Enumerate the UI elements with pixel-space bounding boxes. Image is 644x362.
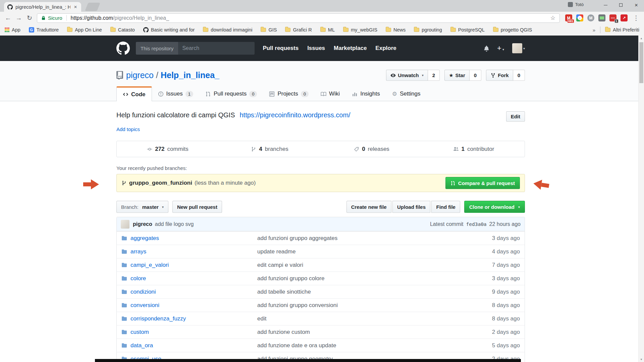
file-name-link[interactable]: conversioni: [130, 302, 159, 309]
fork-count[interactable]: 0: [513, 70, 525, 81]
bookmark-app[interactable]: App: [5, 27, 20, 33]
bookmark-folder-app-on-line[interactable]: App On Line: [67, 27, 102, 33]
committer-link[interactable]: pigreco: [133, 221, 152, 227]
new-pull-request-button[interactable]: New pull request: [172, 201, 222, 213]
browser-menu-icon[interactable]: ⋮: [631, 14, 641, 22]
create-new-file-button[interactable]: Create new file: [346, 201, 391, 213]
scrollbar-up-arrow[interactable]: ▲: [639, 36, 644, 41]
bookmark-folder-catasto[interactable]: Catasto: [110, 27, 135, 33]
pushed-branch-link[interactable]: gruppo_geom_funzioni: [129, 180, 192, 186]
remote-desktop-extension-icon[interactable]: [598, 14, 605, 21]
bookmark-folder-my-webgis[interactable]: my_webGIS: [343, 27, 377, 33]
search-input[interactable]: [178, 42, 255, 55]
find-file-button[interactable]: Find file: [431, 201, 460, 213]
nav-issues[interactable]: Issues: [307, 45, 325, 52]
scrollbar-thumb[interactable]: [639, 42, 643, 83]
tab-projects[interactable]: Projects0: [263, 86, 315, 101]
bookmark-folder-postgresql[interactable]: PostgreSQL: [450, 27, 485, 33]
releases-stat[interactable]: 0releases: [321, 146, 423, 153]
bookmark-basic-writing[interactable]: Basic writing and for: [143, 27, 195, 33]
bookmark-traduttore[interactable]: GTraduttore: [29, 27, 59, 33]
share-extension-icon[interactable]: ↗: [621, 14, 628, 21]
download-extension-icon[interactable]: ↓: [576, 14, 583, 21]
commit-sha-link[interactable]: fed3a0a: [466, 222, 486, 227]
tab-code[interactable]: Code: [116, 86, 152, 101]
forward-button[interactable]: →: [13, 13, 24, 23]
repo-website-link[interactable]: https://pigrecoinfinito.wordpress.com/: [240, 111, 351, 119]
repo-owner-link[interactable]: pigreco: [126, 70, 154, 80]
user-menu[interactable]: ▾: [507, 43, 525, 53]
file-name-link[interactable]: corrispondenza_fuzzy: [130, 315, 186, 322]
file-name-link[interactable]: condizioni: [130, 289, 156, 295]
maximize-button[interactable]: [613, 0, 629, 10]
tab-insights[interactable]: Insights: [346, 86, 386, 101]
page-scrollbar[interactable]: ▲ ▼: [638, 36, 644, 362]
commits-stat[interactable]: 272commits: [117, 146, 219, 153]
close-button[interactable]: ✕: [629, 0, 644, 10]
file-name-link[interactable]: colore: [130, 275, 146, 282]
tab-pull-requests[interactable]: Pull requests0: [199, 86, 263, 101]
compare-pull-request-button[interactable]: Compare & pull request: [445, 177, 520, 189]
branches-stat[interactable]: 4branches: [219, 146, 321, 153]
file-name-link[interactable]: custom: [130, 329, 149, 336]
tab-settings[interactable]: ⚙Settings: [386, 86, 427, 101]
other-bookmarks-folder[interactable]: Altri Preferiti: [605, 27, 639, 33]
mega-extension-icon[interactable]: M: [587, 14, 594, 21]
file-commit-message[interactable]: add funzioni gruppo aggregates: [257, 235, 463, 242]
bookmark-folder-news[interactable]: News: [386, 27, 406, 33]
file-commit-message[interactable]: edit: [257, 315, 463, 322]
watch-count[interactable]: 2: [428, 70, 440, 81]
create-new-button[interactable]: +▾: [497, 44, 504, 53]
file-name-link[interactable]: aggregates: [130, 235, 159, 242]
tab-issues[interactable]: Issues1: [152, 86, 199, 101]
password-extension-icon[interactable]: •••1: [609, 14, 616, 21]
bookmark-folder-pgrouting[interactable]: pgrouting: [414, 27, 442, 33]
tab-wiki[interactable]: Wiki: [315, 86, 346, 101]
file-name-link[interactable]: campi_e_valori: [130, 262, 169, 268]
notifications-bell-icon[interactable]: [483, 45, 490, 52]
committer-avatar[interactable]: [121, 220, 129, 229]
add-topics-link[interactable]: Add topics: [116, 126, 525, 132]
github-logo[interactable]: [116, 42, 130, 55]
nav-pull-requests[interactable]: Pull requests: [263, 45, 299, 52]
file-commit-message[interactable]: add funzioni gruppo colore: [257, 275, 463, 282]
browser-profile[interactable]: Totò: [568, 2, 584, 7]
security-indicator[interactable]: Sicuro: [41, 15, 62, 21]
browser-tab[interactable]: pigreco/Help_in_linea_: H ✕: [4, 2, 81, 12]
star-count[interactable]: 0: [470, 70, 481, 81]
mail-extension-icon[interactable]: M691: [565, 14, 572, 21]
clone-or-download-button[interactable]: Clone or download▾: [464, 201, 525, 213]
nav-explore[interactable]: Explore: [375, 45, 396, 52]
repo-name-link[interactable]: Help_in_linea_: [161, 70, 219, 80]
file-commit-message[interactable]: add funzione custom: [257, 329, 463, 336]
star-button[interactable]: ★Star: [444, 70, 470, 81]
nav-marketplace[interactable]: Marketplace: [334, 45, 367, 52]
fork-button[interactable]: Fork: [486, 70, 513, 81]
tab-close-icon[interactable]: ✕: [73, 5, 78, 9]
new-tab-button[interactable]: [85, 3, 100, 11]
search-scope-button[interactable]: This repository: [136, 42, 178, 55]
upload-files-button[interactable]: Upload files: [392, 201, 430, 213]
file-commit-message[interactable]: add funzioni gruppo conversioni: [257, 302, 463, 309]
scrollbar-down-arrow[interactable]: ▼: [639, 357, 644, 362]
bookmark-folder-ml[interactable]: ML: [320, 27, 335, 33]
commit-message-link[interactable]: add file logo svg: [155, 221, 194, 227]
contributors-stat[interactable]: 1contributor: [423, 146, 525, 153]
bookmark-star-icon[interactable]: ☆: [550, 14, 555, 21]
file-name-link[interactable]: data_ora: [130, 342, 153, 349]
branch-selector-button[interactable]: Branch:master▾: [116, 201, 168, 213]
bookmark-folder-grafici-r[interactable]: Grafici R: [285, 27, 312, 33]
bookmarks-overflow-icon[interactable]: »: [593, 27, 595, 33]
file-name-link[interactable]: arrays: [130, 248, 146, 255]
unwatch-button[interactable]: Unwatch▾: [386, 70, 428, 81]
bookmark-folder-gis[interactable]: GIS: [261, 27, 277, 33]
file-commit-message[interactable]: edit campi e valori: [257, 262, 463, 268]
file-commit-message[interactable]: add tabelle sinottiche: [257, 289, 463, 295]
bookmark-folder-progetto-qgis[interactable]: progetto QGIS: [493, 27, 532, 33]
file-commit-message[interactable]: add funzione date e ora update: [257, 342, 463, 349]
address-bar[interactable]: Sicuro https://github.com/pigreco/Help_i…: [37, 13, 560, 23]
bookmark-folder-download-immagini[interactable]: download immagini: [203, 27, 252, 33]
file-commit-message[interactable]: update readme: [257, 248, 463, 255]
reload-button[interactable]: ↻: [24, 13, 35, 23]
edit-button[interactable]: Edit: [506, 111, 525, 122]
